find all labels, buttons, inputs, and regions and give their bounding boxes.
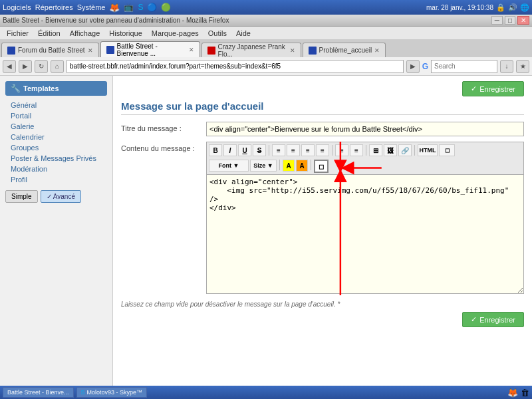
toolbar-html[interactable]: HTML — [418, 144, 438, 156]
menu-aide[interactable]: Aide — [232, 28, 255, 39]
toolbar-table[interactable]: ⊞ — [369, 144, 382, 156]
bottom-save-button[interactable]: ✓ Enregistrer — [462, 312, 524, 327]
forward-button[interactable]: ▶ — [19, 60, 32, 73]
browser-content: 🔧 Templates Général Portail Galerie Cale… — [0, 76, 532, 386]
close-btn[interactable]: ✕ — [517, 16, 529, 25]
menu-edition[interactable]: Édition — [34, 28, 65, 39]
os-repertoires[interactable]: Répertoires — [35, 3, 73, 11]
sidebar-item-poster[interactable]: Poster & Messages Privés — [5, 153, 107, 164]
toolbar-sep-4 — [414, 145, 415, 156]
back-button[interactable]: ◀ — [3, 60, 16, 73]
toolbar-bold[interactable]: B — [209, 144, 222, 156]
toolbar-italic[interactable]: I — [223, 144, 237, 156]
tab-3[interactable]: Problème_accueil ✕ — [303, 43, 386, 57]
address-input[interactable] — [66, 60, 404, 73]
title-field-wrapper — [206, 122, 524, 136]
toolbar-list-ul[interactable]: ≡ — [335, 144, 348, 156]
tab-label-2: Crazy Japanese Prank Flo... — [218, 43, 287, 58]
tab-0[interactable]: Forum du Battle Street ✕ — [1, 43, 99, 57]
title-row: Titre du message : — [121, 122, 524, 136]
menu-marquepages[interactable]: Marque-pages — [148, 28, 203, 39]
tab-close-2[interactable]: ✕ — [290, 47, 295, 54]
os-bar-left: Logiciels Répertoires Système 🦊 📺 S 🔵 🟢 — [3, 3, 171, 13]
os-systeme[interactable]: Système — [77, 3, 106, 11]
tab-1[interactable]: Battle Street - Bienvenue ... ✕ — [100, 41, 200, 57]
sidebar-item-moderation[interactable]: Modération — [5, 164, 107, 174]
trash-icon: 🗑 — [521, 388, 529, 398]
toolbar-align-left[interactable]: ≡ — [272, 144, 285, 156]
taskbar-item-1[interactable]: S Molotov93 - Skype™ — [76, 387, 148, 398]
tab-close-0[interactable]: ✕ — [88, 47, 93, 54]
maximize-btn[interactable]: □ — [505, 16, 515, 25]
browser-title: Battle Street - Bienvenue sur votre pann… — [3, 17, 229, 24]
sidebar-item-galerie[interactable]: Galerie — [5, 121, 107, 132]
minimize-btn[interactable]: ─ — [491, 16, 503, 25]
tab-close-1[interactable]: ✕ — [189, 47, 194, 53]
toolbar-sep-2 — [332, 145, 332, 156]
toolbar-align-center[interactable]: ≡ — [287, 144, 300, 156]
toolbar-underline[interactable]: U — [238, 144, 251, 156]
tab-favicon-1 — [106, 46, 114, 54]
taskbar: Battle Street - Bienve... S Molotov93 - … — [0, 386, 532, 399]
check-save-icon-2: ✓ — [471, 315, 477, 324]
taskbar-item-0[interactable]: Battle Street - Bienve... — [3, 387, 74, 398]
editor-toolbar: B I U S ≡ ≡ ≡ ≡ ≡ ≡ ⊞ 🖼 🔗 — [206, 142, 524, 158]
os-bar-right: mar. 28 janv., 19:10:38 🔒 🔊 🌐 — [426, 3, 529, 12]
title-input[interactable] — [206, 122, 524, 136]
tab-close-3[interactable]: ✕ — [374, 47, 380, 54]
toolbar-color[interactable]: A — [283, 160, 295, 172]
sidebar-item-general[interactable]: Général — [5, 100, 107, 110]
sidebar-item-portail[interactable]: Portail — [5, 110, 107, 121]
toolbar-size[interactable]: Size ▼ — [250, 160, 277, 172]
sidebar-item-profil[interactable]: Profil — [5, 174, 107, 185]
app-icon-2: 🟢 — [161, 3, 171, 12]
top-save-area: ✓ Enregistrer — [121, 81, 524, 96]
download-btn[interactable]: ↓ — [500, 60, 513, 73]
toolbar-align-justify[interactable]: ≡ — [316, 144, 329, 156]
reload-button[interactable]: ↻ — [35, 60, 48, 73]
tab-2[interactable]: Crazy Japanese Prank Flo... ✕ — [201, 43, 301, 57]
toolbar-sep-3 — [366, 145, 366, 156]
tabs-bar: Forum du Battle Street ✕ Battle Street -… — [0, 40, 532, 57]
content-field-wrapper: B I U S ≡ ≡ ≡ ≡ ≡ ≡ ⊞ 🖼 🔗 — [206, 142, 524, 295]
bookmark-btn[interactable]: ★ — [516, 60, 529, 73]
toolbar-source[interactable]: ◻ — [439, 144, 455, 156]
search-input[interactable] — [431, 60, 497, 73]
simple-btn[interactable]: Simple — [5, 190, 38, 203]
os-logiciels[interactable]: Logiciels — [3, 3, 31, 11]
toolbar-sep-6 — [311, 160, 311, 170]
check-icon: ✓ — [47, 193, 52, 200]
bottom-note: Laissez ce champ vide pour désactiver le… — [121, 301, 524, 308]
top-save-button[interactable]: ✓ Enregistrer — [462, 81, 524, 96]
menu-outils[interactable]: Outils — [204, 28, 231, 39]
content-textarea[interactable]: <div align="center"> <img src="http://i5… — [206, 174, 524, 294]
vlc-icon: 📺 — [124, 3, 134, 12]
sidebar-item-groupes[interactable]: Groupes — [5, 142, 107, 153]
firefox-icon: 🦊 — [109, 3, 120, 13]
tab-favicon-3 — [309, 47, 317, 55]
toolbar-align-right[interactable]: ≡ — [301, 144, 315, 156]
bottom-save-area: ✓ Enregistrer — [121, 312, 524, 327]
tab-favicon-2 — [207, 47, 215, 55]
toolbar-special[interactable]: ◻ — [314, 160, 329, 173]
taskbar-right: 🦊 🗑 — [507, 388, 529, 398]
tab-label-0: Forum du Battle Street — [18, 47, 85, 54]
datetime: mar. 28 janv., 19:10:38 — [426, 4, 493, 11]
menu-affichage[interactable]: Affichage — [66, 28, 104, 39]
toolbar-strike[interactable]: S — [253, 144, 266, 156]
toolbar-highlight[interactable]: A — [296, 160, 308, 172]
avance-btn[interactable]: ✓ Avancé — [41, 190, 81, 203]
app-icon-1: 🔵 — [147, 3, 157, 12]
tab-favicon-0 — [7, 47, 15, 55]
home-button[interactable]: ⌂ — [51, 60, 64, 73]
sidebar-item-calendrier[interactable]: Calendrier — [5, 132, 107, 142]
menu-fichier[interactable]: Fichier — [3, 28, 33, 39]
menu-historique[interactable]: Historique — [105, 28, 146, 39]
sys-icon-1: 🔒 — [496, 3, 505, 12]
tab-label-3: Problème_accueil — [319, 47, 372, 54]
go-button[interactable]: ▶ — [406, 60, 420, 73]
toolbar-font[interactable]: Font ▼ — [209, 160, 249, 172]
toolbar-list-ol[interactable]: ≡ — [350, 144, 363, 156]
toolbar-link[interactable]: 🔗 — [398, 144, 412, 156]
toolbar-image[interactable]: 🖼 — [384, 144, 397, 156]
